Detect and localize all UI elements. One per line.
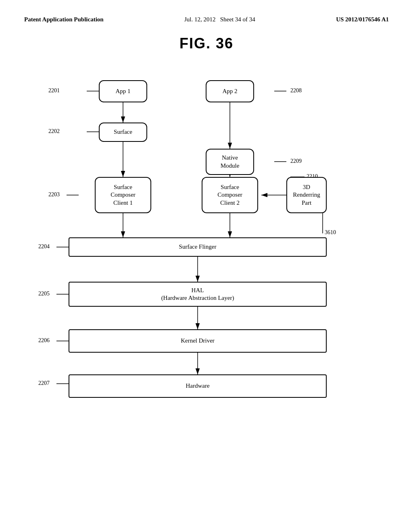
label-2208: 2208	[290, 87, 302, 94]
box-hal: HAL(Hardware Abstraction Layer)	[69, 282, 327, 307]
header-date: Jul. 12, 2012	[184, 16, 216, 23]
label-3610: 3610	[325, 229, 336, 236]
label-2203: 2203	[48, 191, 60, 198]
box-surface-composer-client1: SurfaceComposerClient 1	[95, 177, 151, 213]
box-surface: Surface	[99, 123, 147, 142]
box-native-module: NativeModule	[206, 149, 254, 175]
header-center: Jul. 12, 2012 Sheet 34 of 34	[184, 16, 255, 23]
page: Patent Application Publication Jul. 12, …	[0, 0, 413, 532]
label-2209: 2209	[290, 158, 302, 164]
box-3d-rendering: 3DRenderringPart	[286, 177, 327, 213]
box-app2: App 2	[206, 80, 254, 102]
page-header: Patent Application Publication Jul. 12, …	[24, 16, 389, 23]
box-hardware: Hardware	[69, 374, 327, 398]
header-left: Patent Application Publication	[24, 16, 104, 23]
label-2206: 2206	[38, 337, 50, 344]
header-sheet: Sheet 34 of 34	[220, 16, 255, 23]
label-2202: 2202	[48, 128, 60, 135]
box-app1: App 1	[99, 80, 147, 102]
diagram-container: 2201 2202 2203 2204 2205 2206 2207 2208 …	[24, 68, 389, 511]
label-2207: 2207	[38, 380, 50, 387]
label-2201: 2201	[48, 87, 60, 94]
label-2205: 2205	[38, 291, 50, 297]
box-kernel-driver: Kernel Driver	[69, 329, 327, 353]
label-2204: 2204	[38, 243, 50, 250]
figure-title: FIG. 36	[24, 35, 389, 52]
header-right: US 2012/0176546 A1	[336, 16, 389, 23]
box-surface-composer-client2: SurfaceComposerClient 2	[202, 177, 258, 213]
box-surface-flinger: Surface Flinger	[69, 237, 327, 257]
